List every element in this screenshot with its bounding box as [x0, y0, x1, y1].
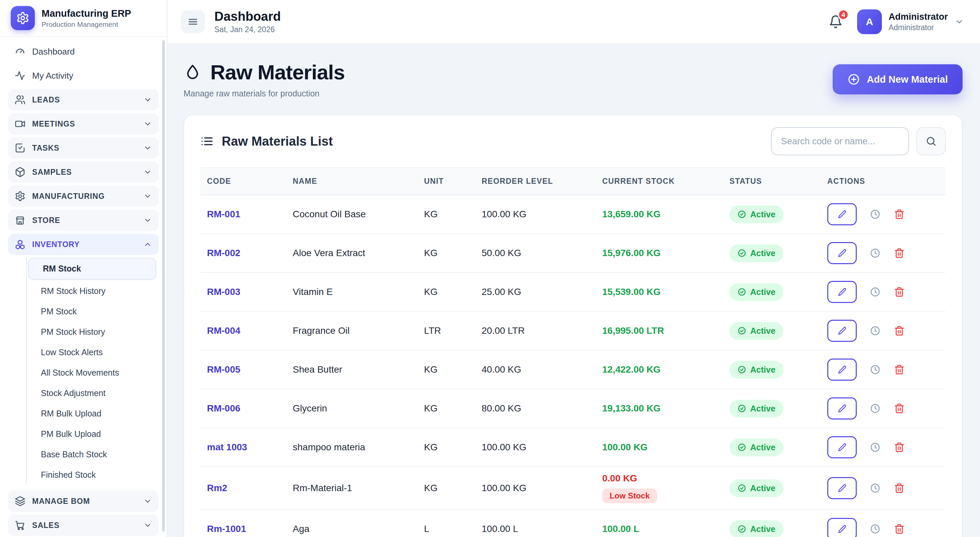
sidebar-item-leads[interactable]: LEADS	[8, 89, 159, 110]
delete-button[interactable]	[894, 403, 905, 414]
chevron-down-icon	[143, 168, 152, 176]
search-icon	[925, 136, 937, 147]
material-code-link[interactable]: Rm-1001	[207, 524, 246, 534]
delete-button[interactable]	[894, 208, 905, 220]
history-button[interactable]	[869, 483, 881, 494]
material-name: shampoo materia	[286, 428, 417, 467]
search-input[interactable]	[771, 127, 909, 155]
sidebar-item-samples[interactable]: SAMPLES	[8, 161, 159, 183]
sidebar-subitem[interactable]: Finished Stock	[27, 465, 156, 485]
sidebar-item-dashboard[interactable]: Dashboard	[8, 41, 159, 62]
materials-table: CODE NAME UNIT REORDER LEVEL CURRENT STO…	[200, 167, 946, 537]
low-stock-badge: Low Stock	[602, 488, 657, 503]
top-header: Dashboard Sat, Jan 24, 2026 4 A Administ…	[167, 0, 980, 44]
sidebar: Manufacturing ERP Production Management …	[0, 0, 167, 537]
edit-button[interactable]	[827, 281, 857, 303]
current-stock-value: 12,422.00 KG	[602, 364, 716, 375]
edit-button[interactable]	[827, 203, 857, 225]
edit-button[interactable]	[827, 518, 857, 537]
app-brand: Manufacturing ERP Production Management	[0, 0, 167, 37]
check-circle-icon	[738, 443, 746, 452]
material-code-link[interactable]: mat 1003	[207, 442, 247, 452]
delete-button[interactable]	[894, 248, 905, 259]
sidebar-item-tasks[interactable]: TASKS	[8, 137, 159, 159]
sidebar-item-my-activity[interactable]: My Activity	[8, 65, 159, 86]
sidebar-subitem[interactable]: All Stock Movements	[27, 362, 156, 383]
sidebar-item-manage-bom[interactable]: MANAGE BOM	[8, 491, 159, 512]
edit-button[interactable]	[827, 477, 857, 499]
history-button[interactable]	[869, 286, 881, 298]
material-code-link[interactable]: RM-005	[207, 364, 240, 375]
search-button[interactable]	[916, 127, 946, 155]
material-code-link[interactable]: RM-003	[207, 287, 240, 297]
check-circle-icon	[738, 365, 746, 374]
edit-button[interactable]	[827, 242, 857, 264]
sidebar-subitem[interactable]: PM Stock	[27, 301, 156, 322]
sidebar-subitem[interactable]: PM Stock History	[27, 322, 156, 342]
column-header-actions: ACTIONS	[821, 168, 946, 195]
material-code-link[interactable]: RM-004	[207, 326, 240, 336]
add-new-material-button[interactable]: Add New Material	[833, 64, 963, 94]
sidebar-subitem[interactable]: Base Batch Stock	[27, 444, 156, 465]
column-header-reorder-level: REORDER LEVEL	[475, 168, 595, 195]
material-code-link[interactable]: RM-002	[207, 248, 240, 258]
check-circle-icon	[738, 249, 746, 257]
sidebar-item-manufacturing[interactable]: MANUFACTURING	[8, 186, 159, 207]
history-button[interactable]	[869, 523, 881, 535]
plus-circle-icon	[847, 73, 860, 86]
clock-icon	[869, 483, 881, 494]
delete-button[interactable]	[894, 364, 905, 375]
table-row: RM-002 Aloe Vera Extract KG 50.00 KG 15,…	[200, 234, 946, 273]
status-badge: Active	[729, 438, 783, 456]
table-row: RM-004 Fragrance Oil LTR 20.00 LTR 16,99…	[200, 311, 946, 350]
check-circle-icon	[738, 484, 746, 493]
card-title: Raw Materials List	[200, 134, 333, 149]
sidebar-item-inventory[interactable]: INVENTORY	[8, 234, 159, 255]
sidebar-subitem[interactable]: RM Stock	[28, 258, 156, 280]
chevron-down-icon	[955, 17, 964, 27]
history-button[interactable]	[869, 248, 881, 259]
sidebar-toggle-button[interactable]	[181, 10, 205, 33]
gear-icon	[15, 191, 25, 202]
trash-icon	[894, 523, 905, 535]
edit-button[interactable]	[827, 397, 857, 419]
video-icon	[15, 119, 25, 129]
delete-button[interactable]	[894, 286, 905, 298]
sidebar-item-sales[interactable]: SALES	[8, 515, 159, 536]
history-button[interactable]	[869, 403, 881, 414]
sidebar-subitem[interactable]: Stock Adjustment	[27, 383, 156, 404]
delete-button[interactable]	[894, 325, 905, 337]
sidebar-subitem[interactable]: RM Bulk Upload	[27, 404, 156, 424]
sidebar-subitem[interactable]: PM Bulk Upload	[27, 424, 156, 444]
edit-button[interactable]	[827, 320, 857, 342]
material-unit: LTR	[417, 311, 475, 350]
material-unit: KG	[417, 350, 475, 389]
history-button[interactable]	[869, 325, 881, 337]
check-circle-icon	[738, 210, 746, 219]
main-area: Dashboard Sat, Jan 24, 2026 4 A Administ…	[167, 0, 980, 537]
material-code-link[interactable]: Rm2	[207, 483, 228, 493]
material-code-link[interactable]: RM-006	[207, 403, 240, 413]
history-button[interactable]	[869, 364, 881, 375]
delete-button[interactable]	[894, 483, 905, 494]
sidebar-subitem[interactable]: RM Stock History	[27, 281, 156, 301]
pencil-icon	[837, 248, 847, 258]
app-root: Manufacturing ERP Production Management …	[0, 0, 980, 537]
sidebar-item-store[interactable]: STORE	[8, 210, 159, 231]
chevron-down-icon	[143, 192, 152, 200]
sidebar-item-meetings[interactable]: MEETINGS	[8, 113, 159, 135]
sidebar-scrollbar[interactable]	[162, 40, 165, 532]
notifications-button[interactable]: 4	[824, 10, 848, 34]
table-row: RM-005 Shea Butter KG 40.00 KG 12,422.00…	[200, 350, 946, 389]
history-button[interactable]	[869, 208, 881, 220]
sidebar-subitem[interactable]: Low Stock Alerts	[27, 342, 156, 362]
material-code-link[interactable]: RM-001	[207, 209, 240, 219]
user-menu[interactable]: A Administrator Administrator	[857, 10, 964, 34]
edit-button[interactable]	[827, 436, 857, 458]
edit-button[interactable]	[827, 359, 857, 381]
delete-button[interactable]	[894, 523, 905, 535]
history-button[interactable]	[869, 442, 881, 453]
delete-button[interactable]	[894, 442, 905, 453]
table-row: RM-006 Glycerin KG 80.00 KG 19,133.00 KG…	[200, 389, 946, 428]
clock-icon	[869, 208, 881, 220]
